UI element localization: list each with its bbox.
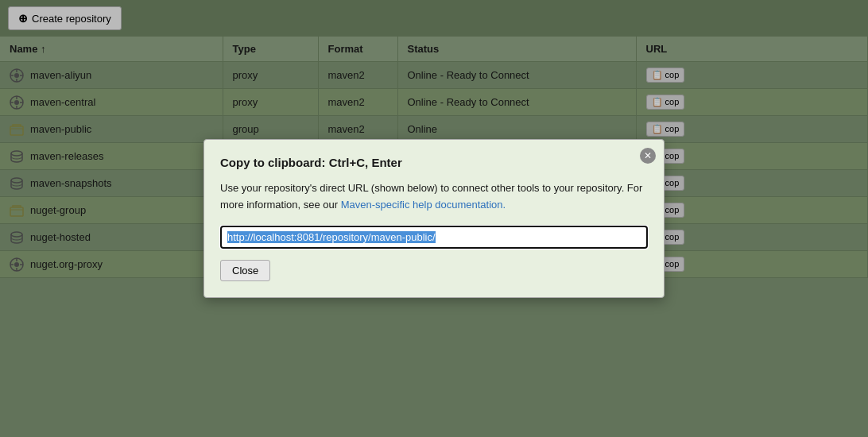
modal-close-x-button[interactable]: ✕ <box>640 148 656 164</box>
url-input[interactable] <box>220 226 648 249</box>
close-icon: ✕ <box>644 150 652 161</box>
modal-body: Use your repository's direct URL (shown … <box>220 180 648 214</box>
modal-overlay: ✕ Copy to clipboard: Ctrl+C, Enter Use y… <box>0 0 868 437</box>
clipboard-modal: ✕ Copy to clipboard: Ctrl+C, Enter Use y… <box>203 139 665 299</box>
modal-close-button[interactable]: Close <box>220 260 270 281</box>
maven-help-link[interactable]: Maven-specific help documentation. <box>341 199 506 211</box>
modal-title: Copy to clipboard: Ctrl+C, Enter <box>220 156 648 169</box>
